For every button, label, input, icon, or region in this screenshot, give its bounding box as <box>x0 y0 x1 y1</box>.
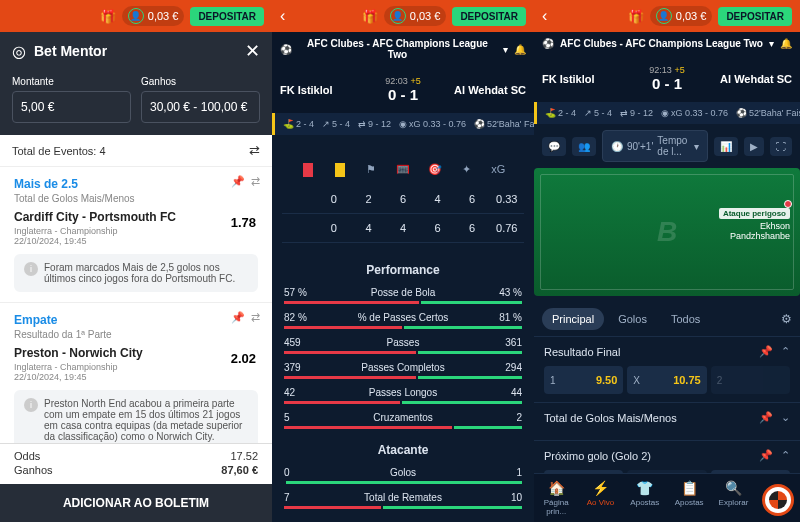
perf-row: 57 %Posse de Bola43 % <box>272 283 534 308</box>
bet-card: 📌⇄ Mais de 2.5 Total de Golos Mais/Menos… <box>0 166 272 302</box>
chevron-down-icon[interactable]: ▾ <box>503 44 508 55</box>
away-team[interactable]: Al Wehdat SC <box>431 84 526 96</box>
stats-icon[interactable]: 📊 <box>714 137 738 156</box>
refresh-icon[interactable]: ⇄ <box>251 311 260 324</box>
balance-pill[interactable]: 👤0,03 € <box>384 6 447 26</box>
balance-value: 0,03 € <box>148 10 179 22</box>
pin-icon[interactable]: 📌 <box>759 411 773 424</box>
home-team[interactable]: FK Istiklol <box>542 73 639 85</box>
clock-icon: 🕐 <box>611 141 623 152</box>
balance-pill[interactable]: 👤 0,03 € <box>122 6 185 26</box>
odd-button[interactable]: 19.50 <box>544 366 623 394</box>
winnings-input[interactable] <box>141 91 260 123</box>
odd-button[interactable]: 2 <box>711 366 790 394</box>
winnings-label: Ganhos <box>141 76 260 87</box>
yellow-card-icon <box>335 163 345 177</box>
chevron-down-icon[interactable]: ⌄ <box>781 411 790 424</box>
stats-strip[interactable]: ⛳ 2 - 4 ↗ 5 - 4 ⇄ 9 - 12 ◉ xG 0.33 - 0.7… <box>534 102 800 124</box>
pin-icon[interactable]: 📌 <box>759 449 773 462</box>
nav-explore[interactable]: 🔍Explorar <box>711 474 755 522</box>
nav-fab[interactable] <box>756 474 800 522</box>
perf-row: 82 %% de Passes Certos81 % <box>272 308 534 333</box>
total-win-label: Ganhos <box>14 464 53 476</box>
deposit-button[interactable]: DEPOSITAR <box>718 7 792 26</box>
perf-row: 7Total de Remates10 <box>272 488 534 513</box>
market-name[interactable]: Mais de 2.5 <box>14 177 258 191</box>
market-title: Resultado Final <box>544 346 620 358</box>
total-win-value: 87,60 € <box>221 464 258 476</box>
tip-box: iForam marcados Mais de 2,5 golos nos úl… <box>14 254 258 292</box>
back-icon[interactable]: ‹ <box>280 7 285 25</box>
deposit-button[interactable]: DEPOSITAR <box>190 7 264 26</box>
bell-icon[interactable]: 🔔 <box>514 44 526 55</box>
performance-title: Performance <box>272 253 534 283</box>
nav-slip[interactable]: 📋Apostas <box>667 474 711 522</box>
target-icon: ◎ <box>12 42 26 61</box>
deposit-button[interactable]: DEPOSITAR <box>452 7 526 26</box>
league-name[interactable]: AFC Clubes - AFC Champions League Two <box>560 38 763 49</box>
stats-strip[interactable]: ⛳ 2 - 4 ↗ 5 - 4 ⇄ 9 - 12 ◉ xG 0.33 - 0.7… <box>272 113 534 135</box>
balance-pill[interactable]: 👤0,03 € <box>650 6 713 26</box>
avatar-icon: 👤 <box>128 8 144 24</box>
swap-icon[interactable]: ⇄ <box>249 143 260 158</box>
market-sub: Total de Golos Mais/Menos <box>14 193 258 204</box>
gift-icon[interactable]: 🎁 <box>362 9 378 24</box>
lineup-icon[interactable]: 👥 <box>572 137 596 156</box>
chat-icon[interactable]: 💬 <box>542 137 566 156</box>
total-odds-value: 17.52 <box>230 450 258 462</box>
close-icon[interactable]: ✕ <box>245 40 260 62</box>
match-teams: Cardiff City - Portsmouth FC <box>14 210 258 224</box>
chance-icon: ✦ <box>451 163 483 177</box>
events-count: Total de Eventos: 4 <box>12 145 106 157</box>
settings-icon[interactable]: ⚙ <box>781 312 792 326</box>
pin-icon[interactable]: 📌 <box>231 311 245 324</box>
pin-icon[interactable]: 📌 <box>759 345 773 358</box>
corner-icon: ⚑ <box>355 163 387 177</box>
tab-todos[interactable]: Todos <box>661 308 710 330</box>
tab-principal[interactable]: Principal <box>542 308 604 330</box>
xg-label: xG <box>482 163 514 177</box>
score-value: 0 - 1 <box>385 86 420 103</box>
stake-label: Montante <box>12 76 131 87</box>
refresh-icon[interactable]: ⇄ <box>251 175 260 188</box>
gift-icon[interactable]: 🎁 <box>628 9 644 24</box>
match-date: 22/10/2024, 19:45 <box>14 236 258 246</box>
stake-input[interactable] <box>12 91 131 123</box>
betmentor-header: ◎ Bet Mentor ✕ <box>0 32 272 70</box>
total-odds-label: Odds <box>14 450 40 462</box>
topbar: ‹ 🎁 👤0,03 € DEPOSITAR <box>272 0 534 32</box>
nav-live[interactable]: ⚡Ao Vivo <box>578 474 622 522</box>
perf-row: 379Passes Completos294 <box>272 358 534 383</box>
away-team[interactable]: Al Wehdat SC <box>695 73 792 85</box>
home-team[interactable]: FK Istiklol <box>280 84 375 96</box>
perf-row: 42Passes Longos44 <box>272 383 534 408</box>
market-name[interactable]: Empate <box>14 313 258 327</box>
back-icon[interactable]: ‹ <box>542 7 547 25</box>
gift-icon[interactable]: 🎁 <box>100 9 116 24</box>
odd-button[interactable]: X10.75 <box>627 366 706 394</box>
tab-golos[interactable]: Golos <box>608 308 657 330</box>
chevron-up-icon[interactable]: ⌃ <box>781 449 790 462</box>
league-name[interactable]: AFC Clubes - AFC Champions League Two <box>298 38 497 60</box>
bet-card: 📌⇄ Empate Resultado da 1ª Parte Preston … <box>0 302 272 460</box>
attacker-title: Atacante <box>272 433 534 463</box>
shot-icon: 🥅 <box>387 163 419 177</box>
chevron-down-icon[interactable]: ▾ <box>769 38 774 49</box>
betmentor-title: Bet Mentor <box>34 43 237 59</box>
tip-box: iPreston North End acabou a primeira par… <box>14 390 258 450</box>
expand-icon[interactable]: ⛶ <box>770 137 792 156</box>
video-icon[interactable]: ▶ <box>744 137 764 156</box>
match-league: Inglaterra - Championship <box>14 362 258 372</box>
perf-row: 0Golos1 <box>272 463 534 488</box>
nav-home[interactable]: 🏠Página prin... <box>534 474 578 522</box>
add-to-slip-button[interactable]: ADICIONAR AO BOLETIM <box>0 484 272 522</box>
chevron-up-icon[interactable]: ⌃ <box>781 345 790 358</box>
nav-bets[interactable]: 👕Apostas <box>623 474 667 522</box>
league-icon: ⚽ <box>280 44 292 55</box>
pin-icon[interactable]: 📌 <box>231 175 245 188</box>
red-card-icon <box>303 163 313 177</box>
phase-selector[interactable]: 🕐 90'+1' Tempo de l... ▾ <box>602 130 708 162</box>
bell-icon[interactable]: 🔔 <box>780 38 792 49</box>
market-title: Total de Golos Mais/Menos <box>544 412 677 424</box>
perf-row: 459Passes361 <box>272 333 534 358</box>
